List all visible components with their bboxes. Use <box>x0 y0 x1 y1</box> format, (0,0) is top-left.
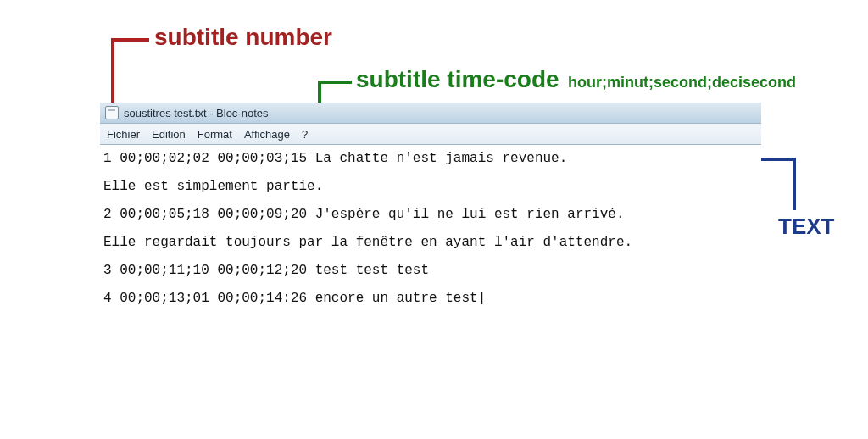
annotation-timecode-detail: hour;minut;second;decisecond <box>568 74 796 91</box>
annotation-text-label: TEXT <box>778 214 834 240</box>
menu-bar: Fichier Edition Format Affichage ? <box>100 124 761 145</box>
text-line: Elle est simplement partie. <box>100 173 761 201</box>
text-line: 4 00;00;13;01 00;00;14:26 encore un autr… <box>100 285 761 313</box>
callout-line <box>793 158 796 210</box>
text-line: 1 00;00;02;02 00;00;03;15 La chatte n'es… <box>100 145 761 173</box>
window-titlebar[interactable]: soustitres test.txt - Bloc-notes <box>100 103 761 124</box>
annotation-subtitle-number: subtitle number <box>154 24 332 51</box>
menu-help[interactable]: ? <box>302 128 308 141</box>
text-line: 2 00;00;05;18 00;00;09;20 J'espère qu'il… <box>100 201 761 229</box>
notepad-window: soustitres test.txt - Bloc-notes Fichier… <box>100 103 761 313</box>
menu-file[interactable]: Fichier <box>107 128 140 141</box>
file-icon <box>105 106 119 119</box>
menu-view[interactable]: Affichage <box>244 128 290 141</box>
text-line: Elle regardait toujours par la fenêtre e… <box>100 229 761 257</box>
menu-format[interactable]: Format <box>198 128 232 141</box>
annotation-subtitle-timecode: subtitle time-code <box>356 66 559 92</box>
window-title: soustitres test.txt - Bloc-notes <box>124 107 269 119</box>
annotation-subtitle-timecode-group: subtitle time-code hour;minut;second;dec… <box>356 66 796 93</box>
callout-line <box>318 81 352 84</box>
text-line: 3 00;00;11;10 00;00;12;20 test test test <box>100 257 761 285</box>
callout-line <box>111 38 149 42</box>
menu-edit[interactable]: Edition <box>152 128 186 141</box>
text-editor-area[interactable]: 1 00;00;02;02 00;00;03;15 La chatte n'es… <box>100 145 761 313</box>
